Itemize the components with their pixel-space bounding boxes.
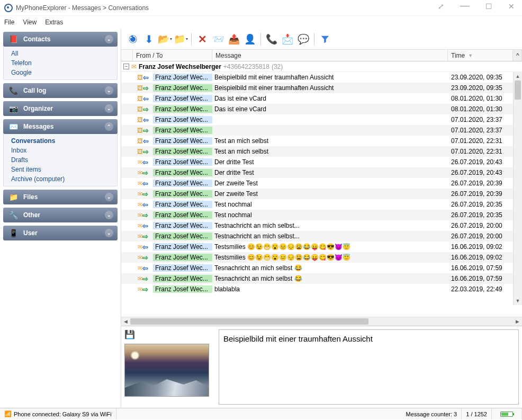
minimize-button[interactable]: — [457,0,473,11]
delete-button[interactable]: ✕ [195,32,210,47]
message-row[interactable]: ✉⇨Franz Josef Wec...Der dritte Test26.07… [121,167,522,178]
row-message: Test nochmal [212,201,448,208]
panel-head-messages[interactable]: Messages ⌃ [3,119,118,134]
row-time: 07.01.2020, 23:37 [448,127,513,134]
scroll-down-icon[interactable]: ▼ [514,297,522,305]
vertical-scrollbar[interactable]: ▲ ▼ [513,72,522,305]
menu-extras[interactable]: Extras [45,19,63,26]
row-time: 26.07.2019, 20:35 [448,211,513,219]
message-row[interactable]: ✉⇦Franz Josef Wec...Tesnachricht an mich… [121,263,522,273]
message-row[interactable]: 🖼⇨Franz Josef Wec...Das ist eine vCard08… [121,104,522,114]
panel-title: Contacts [23,35,50,43]
call-button[interactable]: 📞 [264,32,279,47]
col-time[interactable]: Time▼ [448,50,513,61]
message-row[interactable]: 🖼⇦Franz Josef Wec...Test an mich selbst0… [121,136,522,146]
panel-head-calllog[interactable]: Call log ⌄ [3,83,118,98]
refresh-button[interactable] [125,32,140,47]
message-preview-text[interactable]: Beispielbild mit einer traumhaften Aussi… [219,329,519,405]
message-row[interactable]: ✉⇨Franz Josef Wec...Test nochmal26.07.20… [121,210,522,220]
envelope-icon: 🖼 [137,106,143,112]
panel-head-other[interactable]: Other ⌄ [3,208,118,222]
message-row[interactable]: 🖼⇦Franz Josef Wec...Das ist eine vCard08… [121,93,522,104]
scroll-left-icon[interactable]: ◀ [121,319,130,324]
panel-files: Files ⌄ [3,190,118,204]
panel-head-contacts[interactable]: Contacts ⌄ [3,32,118,47]
sidebar-item-drafts[interactable]: Drafts [4,155,117,165]
row-from: Franz Josef Wec... [153,201,212,208]
close-button[interactable]: ✕ [505,2,518,13]
add-contact-button[interactable]: 👤 [242,32,257,47]
message-row[interactable]: 🖼⇦Franz Josef Wec...07.01.2020, 23:37 [121,114,522,125]
row-from: Franz Josef Wec... [153,180,212,187]
col-from[interactable]: From / To [133,50,212,61]
envelope-icon: ✉ [138,233,142,240]
toolbar-separator [314,33,314,46]
panel-head-user[interactable]: User ⌄ [3,226,118,240]
menu-file[interactable]: File [4,19,14,26]
arrow-in-icon: ⇦ [142,243,148,251]
scroll-thumb[interactable] [515,81,521,100]
row-message: Tesnachricht an mich selbst 😂 [212,264,448,272]
sidebar-item-inbox[interactable]: Inbox [4,146,117,155]
message-row[interactable]: ✉⇨Franz Josef Wec...Der zweite Test26.07… [121,189,522,199]
row-from: Franz Josef Wec... [153,158,212,166]
menu-bar: File View Extras [0,16,522,29]
import-folder-button[interactable]: 📂 [157,32,172,47]
message-row[interactable]: ✉⇨Franz Josef Wec...blablabla22.03.2019,… [121,284,522,294]
message-row[interactable]: 🖼⇨Franz Josef Wec...Test an mich selbst0… [121,146,522,157]
message-row[interactable]: ✉⇦Franz Josef Wec...Testsmilies 😊😉😁😮😐😔😩😂… [121,242,522,252]
maximize-button[interactable]: ☐ [482,2,496,13]
message-row[interactable]: ✉⇦Franz Josef Wec...Test nochmal26.07.20… [121,199,522,210]
restore-down-icon[interactable]: ⤢ [435,2,447,13]
save-icon[interactable]: 💾 [124,329,214,339]
collapse-icon[interactable]: − [123,64,129,69]
message-row[interactable]: 🖼⇨Franz Josef Wec...07.01.2020, 23:37 [121,125,522,136]
row-time: 26.07.2019, 20:43 [448,169,513,176]
attachment-thumbnail[interactable] [124,344,209,397]
message-row[interactable]: ✉⇦Franz Josef Wec...Testnachricht an mic… [121,220,522,231]
scroll-right-icon[interactable]: ▶ [513,319,522,324]
status-bar: 📶 Phone connected: Galaxy S9 via WiFi Me… [0,408,522,419]
row-from: Franz Josef Wec... [153,95,212,102]
message-row[interactable]: ✉⇨Franz Josef Wec...Testnachricht an mic… [121,231,522,242]
download-button[interactable]: ⬇ [141,32,156,47]
window-title: MyPhoneExplorer - Messages > Conversatio… [16,4,149,12]
reply-button[interactable]: 📩 [280,32,295,47]
row-from: Franz Josef Wec... [153,148,212,155]
message-down-button[interactable]: 📨 [211,32,226,47]
panel-head-files[interactable]: Files ⌄ [3,190,118,204]
col-message[interactable]: Message [212,50,448,61]
panel-head-organizer[interactable]: Organizer ⌄ [3,101,118,116]
toolbar: ⬇ 📂 📁 ✕ 📨 📤 👤 📞 📩 💬 [121,29,522,50]
message-row[interactable]: ✉⇦Franz Josef Wec...Der zweite Test26.07… [121,178,522,189]
message-row[interactable]: ✉⇦Franz Josef Wec...Der dritte Test26.07… [121,157,522,167]
sidebar-item-sent[interactable]: Sent items [4,165,117,174]
sidebar-item-conversations[interactable]: Conversations [4,136,117,146]
row-message: Testnachricht an mich selbst... [212,233,448,240]
row-message: Der zweite Test [212,180,448,187]
chat-button[interactable]: 💬 [296,32,311,47]
sidebar-item-archive[interactable]: Archive (computer) [4,174,117,184]
sidebar-item-telefon[interactable]: Telefon [4,58,117,68]
arrow-in-icon: ⇦ [142,158,148,166]
sidebar-item-google[interactable]: Google [4,68,117,77]
scroll-thumb[interactable] [130,318,368,325]
message-row[interactable]: ✉⇨Franz Josef Wec...Testsmilies 😊😉😁😮😐😔😩😂… [121,252,522,263]
envelope-icon: ✉ [138,286,142,293]
col-expand[interactable] [121,50,133,61]
horizontal-scrollbar[interactable]: ◀ ▶ [121,317,522,326]
scroll-up-icon[interactable]: ▲ [514,72,522,81]
arrow-out-icon: ⇨ [143,84,149,92]
conversation-header[interactable]: − ✉ Franz Josef Wechselberger +436642235… [121,61,522,72]
filter-button[interactable] [318,32,332,47]
sort-desc-icon: ▼ [468,53,473,58]
message-row[interactable]: 🖼⇦Franz Josef Wec...Beispielbild mit ein… [121,72,522,83]
message-row[interactable]: ✉⇨Franz Josef Wec...Tesnachricht an mich… [121,273,522,284]
message-up-button[interactable]: 📤 [227,32,241,47]
row-time: 22.03.2019, 22:49 [448,285,513,293]
export-folder-button[interactable]: 📁 [173,32,188,47]
message-row[interactable]: 🖼⇨Franz Josef Wec...Beispielbild mit ein… [121,83,522,93]
sidebar-item-all[interactable]: All [4,49,117,58]
menu-view[interactable]: View [23,19,37,26]
envelope-icon: ✉ [138,265,142,272]
